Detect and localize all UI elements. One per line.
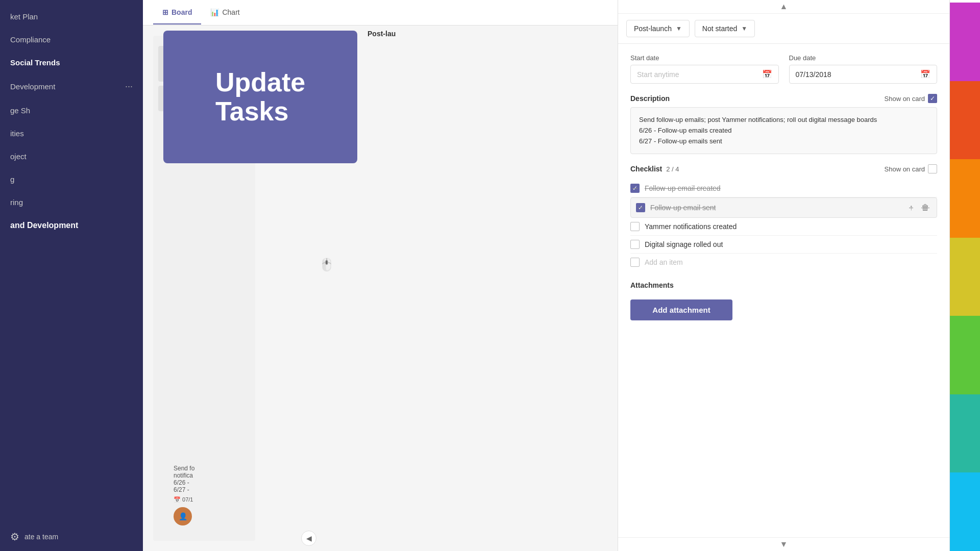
color-swatch-cyan[interactable] xyxy=(950,472,980,551)
color-swatch-green[interactable] xyxy=(950,316,980,394)
checklist-item-2-checkbox[interactable]: ✓ xyxy=(636,203,645,212)
due-date-field: Due date 07/13/2018 📅 xyxy=(789,54,938,84)
avatar-initials: 👤 xyxy=(179,512,187,520)
checkmark-icon: ✓ xyxy=(632,185,638,192)
phase-dropdown[interactable]: Post-launch ▼ xyxy=(626,20,690,37)
checklist-show-on-card: Show on card xyxy=(885,164,938,173)
checklist-show-on-card-checkbox[interactable] xyxy=(928,164,937,173)
sidebar-item-ket-plan[interactable]: ket Plan xyxy=(0,5,143,28)
post-launch-column-label: Post-lau xyxy=(368,30,396,38)
chart-icon: 📊 xyxy=(210,8,219,16)
sidebar-item-oject[interactable]: oject xyxy=(0,145,143,168)
sidebar-item-social-trends[interactable]: Social Trends xyxy=(0,51,143,74)
color-swatch-teal[interactable] xyxy=(950,394,980,473)
sidebar-item-g[interactable]: g xyxy=(0,168,143,191)
sidebar-item-compliance[interactable]: Compliance xyxy=(0,28,143,51)
sidebar-footer[interactable]: ⚙ ate a team xyxy=(0,522,143,551)
board-header: ⊞ Board 📊 Chart xyxy=(143,0,618,26)
update-tasks-card[interactable]: UpdateTasks xyxy=(163,31,357,163)
status-dropdown[interactable]: Not started ▼ xyxy=(695,20,755,37)
checklist-item-4[interactable]: Digital signage rolled out xyxy=(630,236,937,254)
attachments-section: Attachments Add attachment xyxy=(630,281,937,320)
checkmark-icon: ✓ xyxy=(638,204,643,211)
calendar-icon: 📅 xyxy=(920,69,930,79)
add-item-row: Add an item xyxy=(630,254,937,271)
scroll-up-indicator[interactable]: ▲ xyxy=(618,0,949,14)
sidebar: ket Plan Compliance Social Trends Develo… xyxy=(0,0,143,551)
chevron-up-icon: ▲ xyxy=(780,2,788,11)
date-row: Start date Start anytime 📅 Due date 07/1… xyxy=(630,54,937,84)
checklist-item-3-checkbox[interactable] xyxy=(630,222,640,231)
board-icon: ⊞ xyxy=(162,8,168,16)
card-info: Send fonotifica6/26 -6/27 - 📅 07/1 👤 xyxy=(174,465,194,525)
description-section-header: Description Show on card ✓ xyxy=(630,94,937,103)
color-swatch-orange[interactable] xyxy=(950,159,980,238)
more-options-icon[interactable]: ··· xyxy=(125,81,133,92)
chevron-left-icon: ◀ xyxy=(306,534,312,542)
color-swatch-red[interactable] xyxy=(950,81,980,160)
sidebar-item-ring[interactable]: ring xyxy=(0,191,143,214)
description-box: Send follow-up emails; post Yammer notif… xyxy=(630,107,937,154)
checklist-progress: 2 / 4 xyxy=(666,165,679,173)
sidebar-item-development[interactable]: Development ··· xyxy=(0,74,143,99)
task-detail-panel: ▲ Post-launch ▼ Not started ▼ Start date… xyxy=(618,0,949,551)
collapse-button[interactable]: ◀ xyxy=(301,531,316,546)
delete-button[interactable]: 🗑 xyxy=(919,202,932,213)
checklist-item-2-actions: ↑ 🗑 xyxy=(907,202,932,213)
calendar-icon: 📅 xyxy=(762,69,772,79)
sidebar-item-ities[interactable]: ities xyxy=(0,122,143,145)
main-area: ⊞ Board 📊 Chart Post-lau UpdateTasks Sen… xyxy=(143,0,618,551)
gear-icon[interactable]: ⚙ xyxy=(10,531,19,543)
due-date-input[interactable]: 07/13/2018 📅 xyxy=(789,65,938,84)
attachments-header: Attachments xyxy=(630,281,937,289)
checklist-header: Checklist 2 / 4 Show on card xyxy=(630,164,937,173)
avatar: 👤 xyxy=(174,507,192,525)
panel-body: Start date Start anytime 📅 Due date 07/1… xyxy=(618,44,949,537)
chevron-down-icon: ▼ xyxy=(741,25,747,32)
chevron-down-icon: ▼ xyxy=(780,540,788,549)
add-item-checkbox xyxy=(630,258,640,267)
color-swatch-magenta[interactable] xyxy=(950,3,980,81)
sidebar-item-brand-development[interactable]: and Development xyxy=(0,214,143,237)
description-show-on-card: Show on card ✓ xyxy=(885,94,938,103)
description-show-on-card-checkbox[interactable]: ✓ xyxy=(928,94,937,103)
move-up-button[interactable]: ↑ xyxy=(907,202,915,213)
checklist-item-1-checkbox[interactable]: ✓ xyxy=(630,184,640,193)
checklist-item-1[interactable]: ✓ Follow-up email created xyxy=(630,180,937,197)
color-palette xyxy=(949,0,980,551)
description-text: Send follow-up emails; post Yammer notif… xyxy=(639,115,928,146)
tab-chart[interactable]: 📊 Chart xyxy=(201,1,249,24)
checklist-item-3[interactable]: Yammer notifications created xyxy=(630,218,937,236)
chevron-down-icon: ▼ xyxy=(676,25,682,32)
sidebar-item-ge-sh[interactable]: ge Sh xyxy=(0,99,143,122)
checkmark-icon: ✓ xyxy=(930,95,935,102)
checklist-item-2[interactable]: ✓ Follow-up email sent ↑ 🗑 xyxy=(630,197,937,218)
checklist-item-4-checkbox[interactable] xyxy=(630,240,640,249)
scroll-down-indicator[interactable]: ▼ xyxy=(618,537,949,551)
start-date-input[interactable]: Start anytime 📅 xyxy=(630,65,779,84)
tab-board[interactable]: ⊞ Board xyxy=(153,1,201,24)
overlay-card-title: UpdateTasks xyxy=(205,58,315,136)
panel-header: Post-launch ▼ Not started ▼ xyxy=(618,14,949,44)
add-attachment-button[interactable]: Add attachment xyxy=(630,299,732,320)
start-date-field: Start date Start anytime 📅 xyxy=(630,54,779,84)
color-swatch-yellow[interactable] xyxy=(950,238,980,316)
